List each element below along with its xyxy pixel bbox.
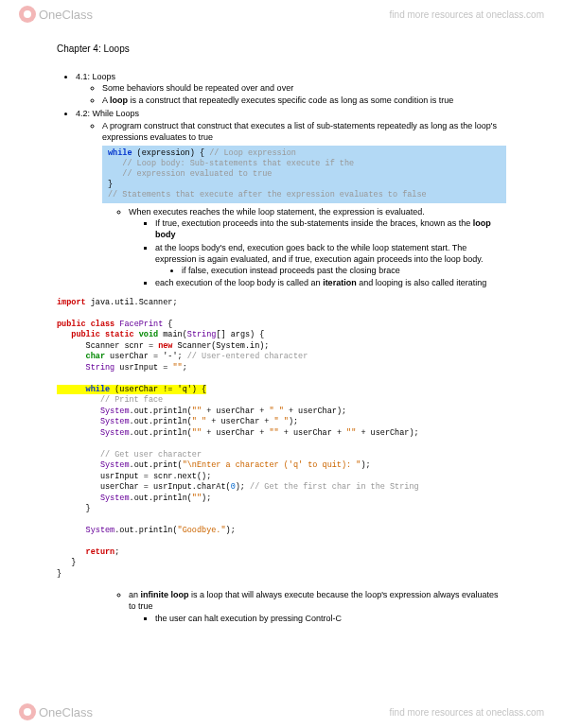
logo: OneClass <box>19 6 93 23</box>
list-item: an infinite loop is a loop that will alw… <box>129 589 506 623</box>
section-42: 4.2: While Loops A program construct tha… <box>76 108 506 142</box>
list-item: If true, exectution proceeds into the su… <box>155 217 506 240</box>
list-item: at the loops body's end, execution goes … <box>155 242 506 276</box>
list-item: Some behaviors should be repeated over a… <box>102 82 506 94</box>
logo-icon <box>19 703 36 720</box>
page-footer: OneClass find more resources at oneclass… <box>0 700 563 728</box>
logo: OneClass <box>19 703 93 720</box>
footer-link[interactable]: find more resources at oneclass.com <box>390 707 544 718</box>
list-item: A loop is a construct that repeatedly ex… <box>102 95 506 106</box>
list-item: each execution of the loop body is calle… <box>155 277 506 288</box>
logo-text: OneClass <box>39 8 93 22</box>
bottom-list: an infinite loop is a loop that will alw… <box>76 589 506 623</box>
code-block-while-syntax: while (expression) { // Loop expression … <box>102 146 506 203</box>
code-block-faceprint: import java.util.Scanner; public class F… <box>57 298 506 580</box>
chapter-title: Chapter 4: Loops <box>57 43 506 54</box>
document-body: Chapter 4: Loops 4.1: Loops Some behavio… <box>0 25 563 635</box>
page-header: OneClass find more resources at oneclass… <box>0 0 563 25</box>
continuation-list: When executes reaches the while loop sta… <box>76 206 506 288</box>
list-item: if false, execution instead proceeds pas… <box>182 265 506 276</box>
logo-icon <box>19 6 36 23</box>
section-41: 4.1: Loops Some behaviors should be repe… <box>76 71 506 106</box>
outline-list: 4.1: Loops Some behaviors should be repe… <box>76 71 506 143</box>
logo-text: OneClass <box>39 705 93 719</box>
list-item: the user can halt execution by pressing … <box>155 613 506 624</box>
list-item: When executes reaches the while loop sta… <box>129 206 506 288</box>
header-link[interactable]: find more resources at oneclass.com <box>390 9 544 20</box>
list-item: A program construct that construct that … <box>102 120 506 143</box>
